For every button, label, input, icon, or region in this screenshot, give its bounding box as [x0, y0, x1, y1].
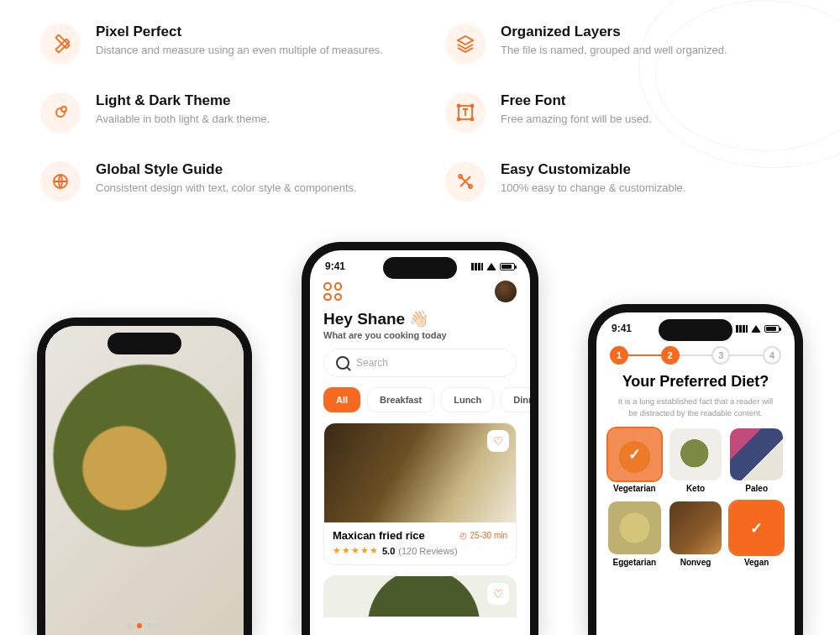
battery-icon — [500, 263, 515, 270]
feature-item: Free FontFree amazing font will be used. — [445, 92, 800, 133]
layers-icon — [445, 24, 486, 64]
diet-grid: Vegetarian Keto Paleo Eggetarian Nonveg … — [596, 428, 795, 567]
feature-desc: Consistent design with text, color style… — [96, 181, 357, 194]
recipe-card-peek[interactable]: ♡ — [323, 575, 517, 617]
search-placeholder: Search — [356, 357, 388, 369]
svg-rect-1 — [55, 34, 69, 48]
moon-sun-icon — [40, 92, 81, 133]
pager-dot[interactable] — [157, 623, 162, 628]
recipe-time: ◴25-30 min — [459, 531, 507, 540]
greeting-subtitle: What are you cooking today — [310, 330, 530, 349]
recipe-title: Maxican fried rice — [333, 529, 425, 542]
avatar[interactable] — [495, 281, 517, 302]
diet-option-keto[interactable]: Keto — [669, 428, 722, 494]
favorite-button[interactable]: ♡ — [487, 430, 509, 452]
page-title: Your Preferred Diet? — [596, 371, 795, 392]
step-2[interactable]: 2 — [661, 346, 680, 365]
clock-label: 9:41 — [612, 323, 632, 334]
category-chip-all[interactable]: All — [323, 387, 360, 412]
diet-option-eggetarian[interactable]: Eggetarian — [608, 501, 661, 567]
feature-desc: Free amazing font will be used. — [501, 113, 652, 125]
dynamic-island — [108, 333, 181, 354]
diet-option-paleo[interactable]: Paleo — [730, 428, 783, 494]
diet-label: Vegetarian — [608, 484, 661, 493]
clock-icon: ◴ — [459, 531, 467, 540]
category-chip-dinner[interactable]: Dinner — [501, 387, 538, 412]
search-icon — [336, 356, 349, 370]
diet-label: Paleo — [730, 484, 783, 493]
feature-item: Organized LayersThe file is named, group… — [445, 24, 800, 64]
diet-image — [730, 501, 783, 554]
feature-title: Global Style Guide — [96, 161, 357, 178]
category-chip-breakfast[interactable]: Breakfast — [367, 387, 434, 412]
feature-desc: Distance and measure using an even multi… — [96, 44, 383, 56]
pager-dot[interactable] — [127, 623, 132, 628]
clock-label: 9:41 — [325, 260, 345, 272]
ruler-cross-icon — [40, 24, 81, 64]
feature-desc: The file is named, grouped and well orga… — [501, 44, 727, 56]
feature-item: Easy Customizable100% easy to change & c… — [445, 161, 800, 202]
signal-icon — [736, 325, 748, 333]
phone-preview-home: 9:41 Hey Shane 👋🏻 What are you cooking t… — [302, 242, 538, 635]
menu-grid-icon[interactable] — [323, 282, 342, 301]
globe-icon — [40, 161, 81, 202]
svg-point-2 — [61, 107, 66, 112]
rating-value: 5.0 — [382, 546, 395, 556]
diet-option-vegan[interactable]: Vegan — [730, 501, 783, 567]
diet-label: Keto — [669, 484, 722, 493]
feature-item: Global Style GuideConsistent design with… — [40, 161, 395, 202]
diet-label: Nonveg — [669, 558, 722, 567]
feature-desc: 100% easy to change & customizable. — [501, 181, 685, 194]
step-4[interactable]: 4 — [763, 346, 781, 365]
diet-label: Eggetarian — [608, 558, 661, 567]
signal-icon — [471, 263, 483, 270]
phone-preview-onboard: 9:41 1 2 3 4 Your Preferred Diet? It is … — [588, 304, 803, 635]
favorite-button[interactable]: ♡ — [487, 583, 509, 605]
recipe-card[interactable]: ♡ Maxican fried rice ◴25-30 min ★★★★★ 5.… — [323, 422, 517, 565]
page-subtitle: It is a long established fact that a rea… — [596, 392, 795, 428]
feature-title: Free Font — [501, 92, 652, 109]
dynamic-island — [659, 319, 732, 341]
search-input[interactable]: Search — [323, 349, 517, 377]
hero-food-image — [45, 326, 244, 635]
feature-title: Light & Dark Theme — [96, 92, 270, 109]
battery-icon — [764, 325, 780, 333]
diet-image — [730, 428, 783, 481]
category-chip-lunch[interactable]: Lunch — [441, 387, 494, 412]
category-chips: All Breakfast Lunch Dinner — [310, 387, 530, 422]
feature-title: Organized Layers — [501, 24, 727, 40]
feature-title: Pixel Perfect — [96, 24, 383, 40]
onboarding-pager[interactable] — [127, 623, 162, 628]
diet-image — [608, 501, 661, 554]
phones-row: 9:41 Hey Shane 👋🏻 What are you cooking t… — [0, 244, 840, 635]
svg-rect-0 — [55, 39, 69, 52]
diet-image — [669, 501, 722, 554]
diet-option-nonveg[interactable]: Nonveg — [669, 501, 722, 567]
pager-dot[interactable] — [147, 623, 152, 628]
feature-title: Easy Customizable — [501, 161, 685, 178]
star-rating-icon: ★★★★★ — [333, 545, 379, 556]
text-frame-icon — [445, 92, 486, 133]
feature-item: Pixel PerfectDistance and measure using … — [40, 24, 395, 64]
tools-icon — [445, 161, 486, 202]
reviews-count: (120 Reviews) — [398, 546, 457, 556]
dynamic-island — [383, 257, 457, 279]
step-3[interactable]: 3 — [711, 346, 730, 365]
recipe-image: ♡ — [324, 423, 516, 522]
diet-option-vegetarian[interactable]: Vegetarian — [608, 428, 661, 494]
wifi-icon — [486, 263, 496, 270]
features-grid: Pixel PerfectDistance and measure using … — [0, 0, 840, 202]
greeting-title: Hey Shane 👋🏻 — [310, 306, 530, 330]
diet-label: Vegan — [730, 558, 783, 567]
feature-item: Light & Dark ThemeAvailable in both ligh… — [40, 92, 395, 133]
feature-desc: Available in both light & dark theme. — [96, 113, 270, 125]
wifi-icon — [751, 325, 761, 333]
diet-image — [669, 428, 722, 481]
diet-image — [608, 428, 661, 481]
step-1[interactable]: 1 — [610, 346, 628, 365]
phone-preview-hero — [37, 318, 252, 635]
pager-dot-active[interactable] — [137, 623, 142, 628]
